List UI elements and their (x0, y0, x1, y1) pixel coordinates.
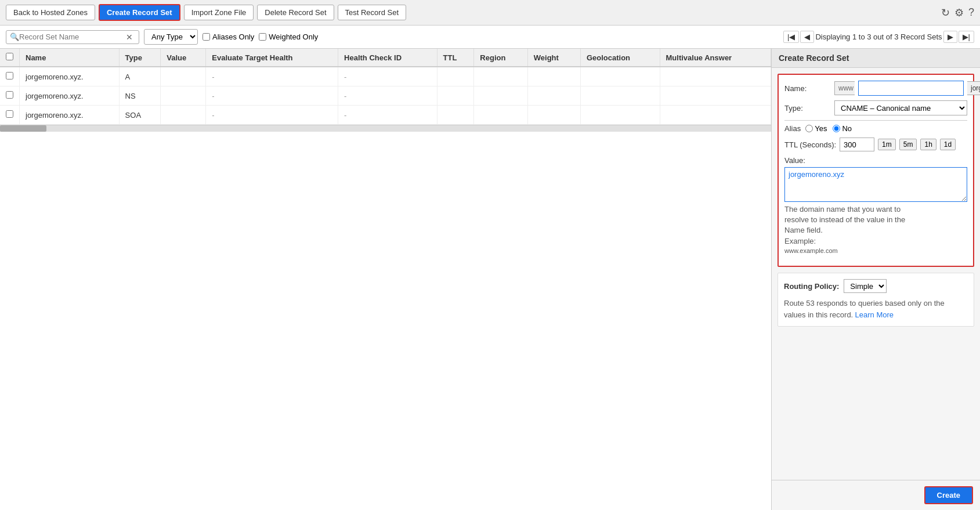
select-all-checkbox[interactable] (6, 53, 13, 60)
row-evaluate-health: - (206, 67, 338, 86)
ttl-5m-button[interactable]: 5m (899, 139, 917, 150)
row-evaluate-health: - (206, 106, 338, 125)
filterbar: 🔍 ✕ Any Type Aliases Only Weighted Only … (0, 26, 980, 49)
row-type: NS (119, 86, 161, 106)
col-multivalue-header: Multivalue Answer (660, 49, 771, 67)
weighted-only-label: Weighted Only (269, 32, 318, 41)
right-panel: Create Record Set Name: www jorgemoreno.… (771, 49, 980, 510)
type-row: Type: CNAME – Canonical name (784, 100, 967, 115)
row-weight (527, 67, 580, 86)
aliases-only-label: Aliases Only (212, 32, 254, 41)
alias-no-radio[interactable] (833, 125, 840, 132)
col-health-check-id-header: Health Check ID (338, 49, 437, 67)
aliases-only-checkbox-label: Aliases Only (202, 32, 254, 41)
routing-description: Route 53 responds to queries based only … (784, 298, 968, 320)
row-weight (527, 86, 580, 106)
table-header-row: Name Type Value Evaluate Target Health H… (0, 49, 771, 67)
table-row: jorgemoreno.xyz. SOA - - (0, 106, 771, 125)
test-record-set-button[interactable]: Test Record Set (338, 5, 407, 20)
ttl-input[interactable] (840, 138, 874, 151)
name-label: Name: (784, 84, 831, 93)
row-multivalue (660, 86, 771, 106)
toolbar: Back to Hosted Zones Create Record Set I… (0, 0, 980, 26)
ttl-row: TTL (Seconds): 1m 5m 1h 1d (784, 138, 967, 151)
row-checkbox[interactable] (6, 110, 13, 118)
alias-no-option: No (833, 124, 852, 133)
name-prefix: www (834, 81, 855, 95)
col-evaluate-health-header: Evaluate Target Health (206, 49, 338, 67)
name-input[interactable] (858, 81, 964, 96)
row-weight (527, 106, 580, 125)
content-area: Name Type Value Evaluate Target Health H… (0, 49, 980, 510)
type-filter-dropdown[interactable]: Any Type (144, 29, 198, 45)
search-input[interactable] (19, 32, 124, 41)
row-region (474, 67, 527, 86)
routing-select[interactable]: Simple (844, 279, 887, 293)
weighted-only-checkbox[interactable] (259, 33, 266, 41)
routing-section: Routing Policy: Simple Route 53 responds… (778, 273, 974, 327)
row-value (161, 86, 206, 106)
right-panel-title: Create Record Set (772, 49, 980, 68)
row-type: A (119, 67, 161, 86)
value-hint: The domain name that you want to resolve… (784, 204, 967, 255)
gear-icon[interactable]: ⚙ (954, 6, 964, 19)
value-hint-3: Name field. (784, 226, 823, 234)
refresh-icon[interactable]: ↻ (941, 6, 950, 19)
toolbar-icons: ↻ ⚙ ? (941, 6, 974, 19)
value-hint-2: resolve to instead of the value in the (784, 215, 905, 224)
row-checkbox[interactable] (6, 72, 13, 79)
value-row: Value: The domain name that you want to … (784, 156, 967, 255)
table-panel: Name Type Value Evaluate Target Health H… (0, 49, 771, 510)
routing-label: Routing Policy: (784, 282, 839, 291)
horizontal-scrollbar[interactable] (0, 125, 771, 132)
col-weight-header: Weight (527, 49, 580, 67)
row-checkbox[interactable] (6, 91, 13, 99)
alias-no-label: No (842, 124, 852, 133)
alias-label: Alias (784, 124, 801, 133)
search-box: 🔍 ✕ (6, 30, 139, 44)
row-geolocation (580, 86, 660, 106)
row-multivalue (660, 106, 771, 125)
table-row: jorgemoreno.xyz. A - - (0, 67, 771, 86)
row-geolocation (580, 67, 660, 86)
pagination-next-btn[interactable]: ▶ (943, 31, 957, 43)
pagination-first-btn[interactable]: |◀ (783, 31, 799, 43)
ttl-1d-button[interactable]: 1d (940, 139, 956, 150)
pagination-prev-btn[interactable]: ◀ (800, 31, 814, 43)
delete-record-set-button[interactable]: Delete Record Set (257, 5, 334, 20)
records-table: Name Type Value Evaluate Target Health H… (0, 49, 771, 125)
type-select[interactable]: CNAME – Canonical name (834, 100, 967, 115)
scrollbar-thumb[interactable] (0, 125, 46, 132)
import-zone-file-button[interactable]: Import Zone File (184, 5, 254, 20)
routing-row: Routing Policy: Simple (784, 279, 968, 293)
divider-1 (784, 120, 967, 121)
back-button[interactable]: Back to Hosted Zones (6, 5, 95, 20)
help-icon[interactable]: ? (968, 6, 974, 19)
create-button[interactable]: Create (924, 486, 973, 504)
weighted-only-checkbox-label: Weighted Only (259, 32, 318, 41)
row-type: SOA (119, 106, 161, 125)
table-body: jorgemoreno.xyz. A - - jorgemoreno.xyz. … (0, 67, 771, 125)
aliases-only-checkbox[interactable] (202, 33, 210, 41)
ttl-1h-button[interactable]: 1h (920, 139, 936, 150)
row-checkbox-cell (0, 106, 20, 125)
table-row: jorgemoreno.xyz. NS - - (0, 86, 771, 106)
value-example: www.example.com (784, 247, 838, 254)
row-name: jorgemoreno.xyz. (20, 106, 120, 125)
col-ttl-header: TTL (437, 49, 474, 67)
ttl-1m-button[interactable]: 1m (878, 139, 896, 150)
value-textarea[interactable] (784, 167, 967, 202)
search-clear-icon[interactable]: ✕ (126, 32, 133, 42)
row-value (161, 67, 206, 86)
row-checkbox-cell (0, 67, 20, 86)
alias-yes-radio[interactable] (805, 125, 813, 132)
learn-more-link[interactable]: Learn More (855, 310, 894, 319)
row-geolocation (580, 106, 660, 125)
create-record-set-button[interactable]: Create Record Set (99, 4, 180, 21)
alias-yes-label: Yes (815, 124, 827, 133)
alias-radio-group: Yes No (805, 124, 852, 133)
pagination-last-btn[interactable]: ▶| (959, 31, 974, 43)
row-health-check-id: - (338, 106, 437, 125)
row-name: jorgemoreno.xyz. (20, 67, 120, 86)
pagination-info: Displaying 1 to 3 out of 3 Record Sets (815, 32, 942, 41)
